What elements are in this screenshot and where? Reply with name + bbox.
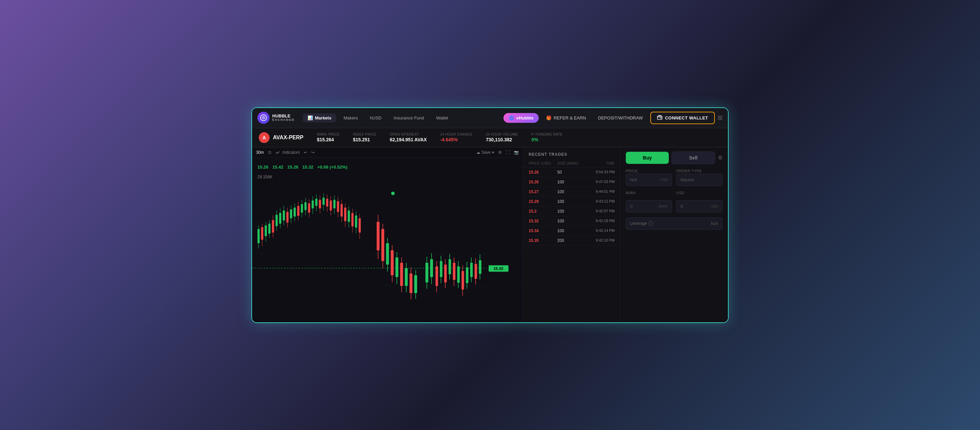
- header: HUBBLE EXCHANGE 📊 Markets Makers hUSD In…: [252, 108, 728, 128]
- svg-rect-3: [657, 116, 662, 120]
- trade-row: 15.35 200 9:42:10 PM: [523, 236, 620, 246]
- svg-rect-31: [283, 210, 285, 221]
- trade-row: 15.26 50 9:54:33 PM: [523, 168, 620, 177]
- svg-rect-19: [268, 224, 270, 233]
- hubble-logo-icon: [258, 112, 269, 124]
- 24h-change-stat: 24 HOUR CHANGE -4.645%: [440, 133, 473, 142]
- recent-trades-title: RECENT TRADES: [523, 147, 620, 160]
- index-price-stat: INDEX PRICE $15.251: [353, 133, 376, 142]
- settings-icon[interactable]: ⚙: [498, 150, 502, 155]
- price-labels: 15.26 15.42 15.26 15.32 +0.08 (+0.52%): [258, 165, 347, 169]
- svg-rect-139: [449, 259, 451, 274]
- svg-rect-34: [286, 212, 288, 222]
- nav-husd[interactable]: hUSD: [365, 113, 387, 123]
- avax-amount-input[interactable]: 0 AVAX: [626, 200, 672, 213]
- order-type-value: Market: [681, 177, 694, 182]
- nav-makers[interactable]: Makers: [339, 113, 363, 123]
- trade-price-4: 15.3: [529, 209, 557, 214]
- sell-button[interactable]: Sell: [671, 152, 715, 164]
- logo-text: HUBBLE EXCHANGE: [272, 114, 295, 122]
- col-time-header: TIME: [586, 161, 615, 165]
- avax-unit: AVAX: [659, 204, 668, 208]
- leverage-row[interactable]: Leverage i N/A: [626, 217, 722, 230]
- nav-wallet[interactable]: Wallet: [431, 113, 453, 123]
- trade-row: 15.27 100 9:44:01 PM: [523, 187, 620, 197]
- price-change-label: +0.08 (+0.52%): [317, 165, 347, 169]
- svg-rect-49: [304, 202, 307, 210]
- trade-time-3: 9:43:12 PM: [586, 199, 615, 204]
- svg-point-163: [391, 192, 395, 195]
- grid-layout-icon[interactable]: ⊞: [718, 114, 722, 121]
- trades-header: PRICE (USD) SIZE (AVAX) TIME: [523, 160, 620, 168]
- order-type-input[interactable]: Market: [676, 174, 722, 186]
- filter-icon[interactable]: ⚙: [718, 154, 722, 161]
- avax-usd-labels-row: AVAX USD: [626, 191, 722, 195]
- price-field: PRICE N/A USD: [626, 169, 672, 186]
- nav-insurance-fund[interactable]: Insurance Fund: [389, 113, 428, 123]
- svg-rect-73: [333, 200, 336, 208]
- svg-rect-130: [436, 266, 438, 286]
- mark-price-stat: MARK PRICE $15.264: [317, 133, 339, 142]
- refer-earn-button[interactable]: 🎁 REFER & EARN: [541, 113, 590, 123]
- deposit-withdraw-button[interactable]: DEPOSIT/WITHDRAW: [593, 113, 648, 123]
- svg-rect-79: [340, 204, 342, 216]
- leverage-value: N/A: [711, 221, 718, 226]
- svg-rect-52: [308, 203, 310, 213]
- svg-point-2: [263, 117, 264, 118]
- redo-icon[interactable]: ↪: [311, 150, 315, 155]
- price-label-3: 15.26: [287, 165, 298, 169]
- logo-area: HUBBLE EXCHANGE: [258, 112, 295, 124]
- camera-icon[interactable]: 📷: [514, 150, 519, 155]
- svg-rect-118: [410, 273, 413, 293]
- trade-time-6: 9:42:14 PM: [586, 229, 615, 233]
- price-label-2: 15.42: [272, 165, 284, 169]
- chart-toolbar: 30m ⚖ Indicators ↩ ↪ ☁ Save ▾ ⚙ ⛶ 📷: [252, 147, 523, 158]
- save-button[interactable]: ☁ Save ▾: [476, 150, 494, 155]
- svg-rect-91: [355, 215, 357, 227]
- volume-label: 29.156K: [258, 174, 272, 179]
- svg-rect-100: [382, 229, 385, 261]
- chart-type-icon[interactable]: ⚖: [268, 150, 272, 155]
- svg-rect-154: [470, 263, 473, 277]
- usd-amount-input[interactable]: 0 USD: [676, 200, 722, 213]
- buy-button[interactable]: Buy: [626, 152, 669, 164]
- svg-rect-112: [400, 263, 403, 286]
- svg-rect-133: [440, 261, 442, 277]
- indicators-button[interactable]: Indicators: [275, 150, 300, 155]
- wallet-icon: [657, 115, 662, 121]
- chart-area: 30m ⚖ Indicators ↩ ↪ ☁ Save ▾ ⚙ ⛶ 📷: [252, 147, 523, 322]
- svg-rect-82: [344, 208, 346, 221]
- candlestick-chart: 15.32: [252, 158, 523, 318]
- trade-time-2: 9:44:01 PM: [586, 189, 615, 194]
- open-interest-stat: OPEN INTEREST 62,194.951 AVAX: [390, 133, 427, 142]
- cloud-icon: ☁: [476, 150, 480, 155]
- svg-rect-157: [474, 264, 477, 278]
- order-type-label: ORDER TYPE: [676, 169, 722, 173]
- asset-info: A AVAX-PERP: [259, 132, 304, 143]
- svg-rect-103: [386, 243, 389, 264]
- fullscreen-icon[interactable]: ⛶: [506, 150, 510, 155]
- price-ordertype-row: PRICE N/A USD ORDER TYPE Market: [626, 169, 722, 186]
- connect-wallet-button[interactable]: CONNECT WALLET: [650, 112, 715, 124]
- trade-row: 15.29 100 9:43:12 PM: [523, 197, 620, 206]
- timeframe-30m[interactable]: 30m: [256, 150, 264, 155]
- nav-markets-button[interactable]: 📊 Markets: [303, 113, 336, 123]
- trade-row: 15.32 100 9:42:18 PM: [523, 216, 620, 226]
- trade-row: 15.34 100 9:42:14 PM: [523, 226, 620, 236]
- price-input[interactable]: N/A USD: [626, 174, 672, 186]
- order-type-field: ORDER TYPE Market: [676, 169, 722, 186]
- vhubble-button[interactable]: 🌀 vHubble: [503, 113, 539, 123]
- trade-price-6: 15.34: [529, 229, 557, 233]
- svg-rect-16: [265, 225, 267, 236]
- col-size-header: SIZE (AVAX): [557, 161, 586, 165]
- price-unit: USD: [660, 177, 668, 182]
- trade-size-1: 100: [557, 180, 586, 184]
- svg-rect-13: [261, 227, 263, 240]
- usd-label: USD: [676, 191, 722, 195]
- trade-size-5: 100: [557, 219, 586, 224]
- svg-rect-58: [315, 198, 317, 206]
- avax-amount: 0: [630, 204, 633, 209]
- trade-size-0: 50: [557, 170, 586, 174]
- trade-time-5: 9:42:18 PM: [586, 219, 615, 224]
- undo-icon[interactable]: ↩: [304, 150, 307, 155]
